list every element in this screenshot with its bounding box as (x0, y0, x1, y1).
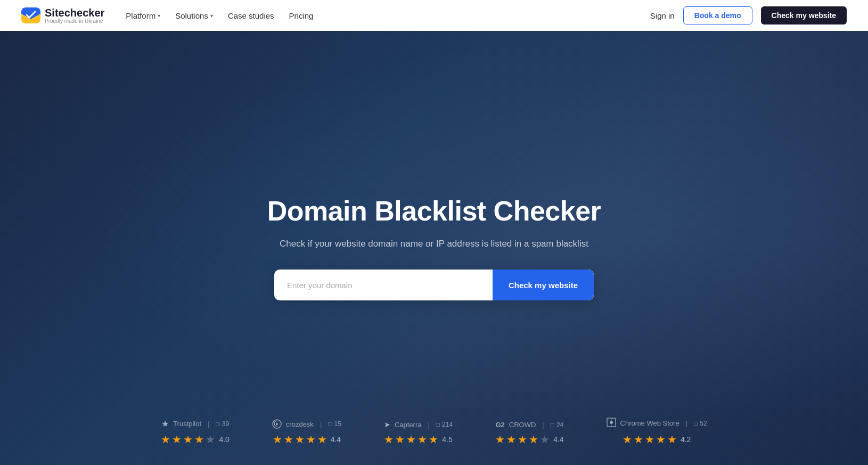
book-demo-button[interactable]: Book a demo (683, 6, 752, 25)
check-website-header-button[interactable]: Check my website (761, 6, 847, 25)
logo-text: Sitechecker Proudly made in Ukraine (45, 7, 104, 24)
rating-capterra-header: ➤ Capterra | □ 214 (384, 420, 453, 429)
hero-subtitle: Check if your website domain name or IP … (280, 237, 588, 251)
sign-in-link[interactable]: Sign in (650, 11, 675, 20)
chrome-review-count: □ 52 (694, 420, 707, 427)
logo-name: Sitechecker (45, 7, 104, 19)
chevron-down-icon: ▾ (210, 13, 213, 19)
hero-title: Domain Blacklist Checker (267, 195, 601, 227)
rating-g2: G2 CROWD | □ 24 ★ ★ ★ ★ ★ 4.4 (474, 412, 585, 454)
trustpilot-review-count: □ 39 (216, 420, 229, 428)
hero-content: Domain Blacklist Checker Check if your w… (257, 195, 612, 300)
chrome-score: 4.2 (681, 435, 691, 444)
svg-point-1 (276, 423, 278, 425)
nav-platform[interactable]: Platform ▾ (126, 11, 160, 20)
rating-g2-header: G2 CROWD | □ 24 (495, 421, 563, 429)
search-bar: Check my website (274, 270, 594, 300)
chevron-down-icon: ▾ (158, 13, 160, 19)
hero-section: Domain Blacklist Checker Check if your w… (0, 0, 868, 465)
g2-stars: ★ ★ ★ ★ ★ 4.4 (495, 433, 563, 446)
rating-trustpilot: ★ Trustpilot | □ 39 ★ ★ ★ ★ ★ 4.0 (140, 410, 250, 454)
header-left: Sitechecker Proudly made in Ukraine Plat… (21, 7, 313, 24)
capterra-label: Capterra (395, 421, 422, 429)
g2-icon: G2 (495, 421, 504, 429)
domain-input[interactable] (274, 270, 493, 300)
header: Sitechecker Proudly made in Ukraine Plat… (0, 0, 868, 31)
crozdesk-icon (272, 419, 282, 429)
ratings-section: ★ Trustpilot | □ 39 ★ ★ ★ ★ ★ 4.0 (0, 409, 868, 465)
crozdesk-review-count: □ 15 (328, 420, 341, 428)
crozdesk-score: 4.4 (331, 435, 341, 444)
logo-icon (21, 7, 40, 23)
capterra-score: 4.5 (442, 435, 452, 444)
trustpilot-stars: ★ ★ ★ ★ ★ 4.0 (161, 433, 229, 446)
chrome-label: Chrome Web Store (620, 419, 679, 427)
crozdesk-stars: ★ ★ ★ ★ ★ 4.4 (273, 433, 341, 446)
logo-tagline: Proudly made in Ukraine (45, 19, 104, 24)
rating-chrome: Chrome Web Store | □ 52 ★ ★ ★ ★ ★ 4.2 (585, 409, 728, 454)
rating-crozdesk: crozdesk | □ 15 ★ ★ ★ ★ ★ 4.4 (251, 411, 363, 454)
main-nav: Platform ▾ Solutions ▾ Case studies Pric… (126, 11, 313, 20)
logo[interactable]: Sitechecker Proudly made in Ukraine (21, 7, 104, 24)
trustpilot-score: 4.0 (219, 435, 229, 444)
capterra-icon: ➤ (384, 420, 390, 429)
check-website-main-button[interactable]: Check my website (493, 270, 594, 300)
rating-capterra: ➤ Capterra | □ 214 ★ ★ ★ ★ ★ 4.5 (363, 412, 474, 454)
rating-chrome-header: Chrome Web Store | □ 52 (607, 418, 707, 429)
nav-solutions[interactable]: Solutions ▾ (175, 11, 213, 20)
g2-label: CROWD (509, 421, 536, 429)
capterra-stars: ★ ★ ★ ★ ★ 4.5 (384, 433, 452, 446)
nav-case-studies[interactable]: Case studies (228, 11, 274, 20)
crozdesk-label: crozdesk (286, 420, 314, 428)
g2-score: 4.4 (553, 435, 563, 444)
header-right: Sign in Book a demo Check my website (650, 6, 847, 25)
rating-crozdesk-header: crozdesk | □ 15 (272, 419, 341, 429)
chrome-stars: ★ ★ ★ ★ ★ 4.2 (623, 433, 691, 446)
rating-trustpilot-header: ★ Trustpilot | □ 39 (161, 419, 229, 429)
capterra-review-count: □ 214 (436, 421, 453, 428)
chrome-icon (607, 418, 616, 429)
nav-pricing[interactable]: Pricing (289, 11, 314, 20)
trustpilot-label: Trustpilot (173, 420, 201, 428)
trustpilot-icon: ★ (161, 419, 169, 429)
g2-review-count: □ 24 (551, 421, 564, 429)
